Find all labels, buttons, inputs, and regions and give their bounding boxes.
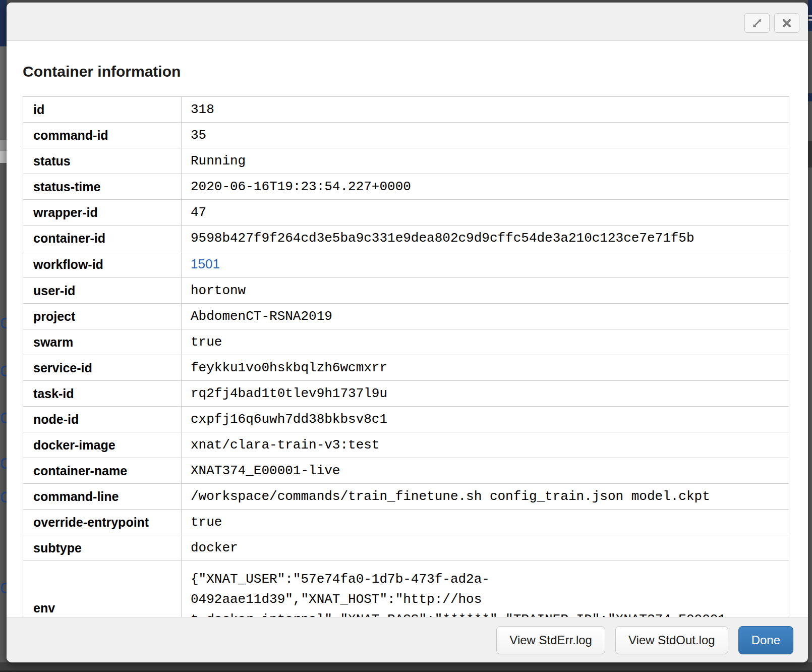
row-value: true (182, 329, 789, 355)
background-link-fragment (1, 458, 7, 469)
row-label: status-time (23, 174, 182, 200)
view-stderr-button[interactable]: View StdErr.log (496, 626, 605, 654)
row-label: container-name (23, 458, 182, 484)
table-row: subtypedocker (23, 535, 789, 561)
background-navbar-fragment (808, 93, 812, 101)
row-label: wrapper-id (23, 200, 182, 226)
row-label: command-id (23, 123, 182, 148)
table-row: container-id9598b427f9f264cd3e5ba9c331e9… (23, 226, 789, 251)
background-panel-fragment (0, 151, 7, 163)
row-label: swarm (23, 329, 182, 355)
row-label: user-id (23, 278, 182, 304)
background-panel-fragment (0, 140, 7, 151)
dimmed-page-right-edge (808, 0, 812, 672)
background-link-fragment (1, 492, 7, 502)
row-label: container-id (23, 226, 182, 251)
background-navbar-fragment (0, 0, 7, 46)
row-value: xnat/clara-train-v3:test (182, 432, 789, 458)
row-value: Running (182, 148, 789, 174)
table-row: task-idrq2fj4bad1t0tlev9h1737l9u (23, 381, 789, 407)
table-row: service-idfeykku1vo0hskbqlzh6wcmxrr (23, 355, 789, 381)
background-link-fragment (1, 413, 7, 423)
dialog-titlebar (7, 3, 808, 41)
close-icon (782, 18, 792, 28)
row-value: 35 (182, 123, 789, 148)
row-value: rq2fj4bad1t0tlev9h1737l9u (182, 381, 789, 407)
table-row: node-idcxpfj16q6uwh7dd38bkbsv8c1 (23, 407, 789, 432)
close-button[interactable] (774, 13, 799, 33)
background-menu-fragment (808, 19, 812, 21)
done-button[interactable]: Done (738, 626, 793, 654)
table-row: wrapper-id47 (23, 200, 789, 226)
maximize-button[interactable] (744, 13, 770, 33)
table-row: command-id35 (23, 123, 789, 148)
dimmed-page-left-edge (0, 0, 7, 672)
table-row: workflow-id1501 (23, 251, 789, 278)
row-value: hortonw (182, 278, 789, 304)
background-menu-fragment (808, 15, 812, 17)
row-value: feykku1vo0hskbqlzh6wcmxrr (182, 355, 789, 381)
expand-icon (751, 18, 763, 29)
table-row: projectAbdomenCT-RSNA2019 (23, 304, 789, 329)
row-label: id (23, 97, 182, 123)
row-label: status (23, 148, 182, 174)
background-link-fragment (1, 318, 7, 328)
workflow-id-link[interactable]: 1501 (191, 256, 220, 271)
dimmed-page-bottom-edge (0, 662, 812, 672)
table-row: container-nameXNAT374_E00001-live (23, 458, 789, 484)
dialog-footer: View StdErr.log View StdOut.log Done (7, 617, 808, 662)
table-row: override-entrypointtrue (23, 510, 789, 535)
row-label: docker-image (23, 432, 182, 458)
row-value: true (182, 510, 789, 535)
dialog-body: Container information id318command-id35s… (7, 41, 808, 655)
row-label: service-id (23, 355, 182, 381)
table-row: id318 (23, 97, 789, 123)
table-row: statusRunning (23, 148, 789, 174)
row-label: workflow-id (23, 251, 182, 278)
row-value: XNAT374_E00001-live (182, 458, 789, 484)
table-row: status-time2020-06-16T19:23:54.227+0000 (23, 174, 789, 200)
table-row: command-line/workspace/commands/train_fi… (23, 484, 789, 510)
container-info-table: id318command-id35statusRunningstatus-tim… (23, 96, 789, 655)
background-link-fragment (1, 583, 7, 593)
row-value: docker (182, 535, 789, 561)
container-information-dialog: Container information id318command-id35s… (7, 3, 808, 662)
row-value: 9598b427f9f264cd3e5ba9c331e9dea802c9d9cf… (182, 226, 789, 251)
row-value: 2020-06-16T19:23:54.227+0000 (182, 174, 789, 200)
row-value: cxpfj16q6uwh7dd38bkbsv8c1 (182, 407, 789, 432)
row-value: 47 (182, 200, 789, 226)
row-value: AbdomenCT-RSNA2019 (182, 304, 789, 329)
row-value: 1501 (182, 251, 789, 278)
row-label: task-id (23, 381, 182, 407)
background-panel-fragment (808, 141, 812, 167)
row-label: override-entrypoint (23, 510, 182, 535)
table-row: swarmtrue (23, 329, 789, 355)
dialog-title: Container information (23, 63, 789, 80)
table-row: docker-imagexnat/clara-train-v3:test (23, 432, 789, 458)
row-label: node-id (23, 407, 182, 432)
table-row: user-idhortonw (23, 278, 789, 304)
background-link-fragment (1, 366, 7, 376)
row-value: 318 (182, 97, 789, 123)
row-label: command-line (23, 484, 182, 510)
background-panel-fragment (0, 46, 7, 140)
view-stdout-button[interactable]: View StdOut.log (615, 626, 728, 654)
row-label: project (23, 304, 182, 329)
row-label: subtype (23, 535, 182, 561)
row-value: /workspace/commands/train_finetune.sh co… (182, 484, 789, 510)
